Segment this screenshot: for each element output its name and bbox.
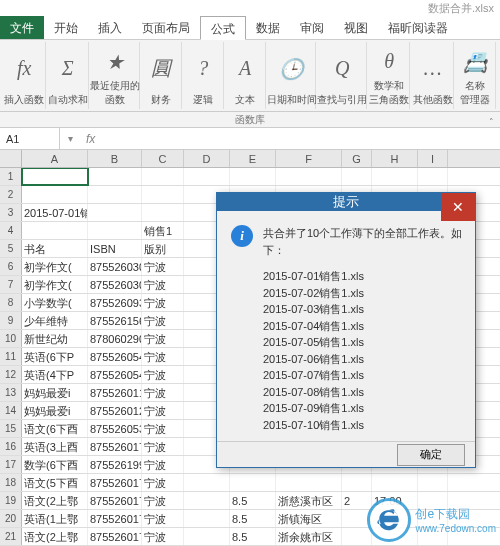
col-header[interactable]: I [418,150,448,167]
cell[interactable]: 875526093 [88,294,142,311]
cell[interactable]: 875526017 [88,528,142,545]
cell[interactable]: 8.5 [230,492,276,509]
row-header[interactable]: 21 [0,528,22,545]
cell[interactable]: 宁波 [142,258,184,275]
cell[interactable]: 数学(6下酉 [22,456,88,473]
tab-home[interactable]: 开始 [44,16,88,39]
chevron-up-icon[interactable]: ˄ [489,114,494,130]
cell[interactable]: 875526017 [88,474,142,491]
cell[interactable] [342,474,372,491]
row-header[interactable]: 3 [0,204,22,221]
cell[interactable]: 875526017 [88,438,142,455]
tab-foxit[interactable]: 福昕阅读器 [378,16,458,39]
cell[interactable]: 宁波 [142,420,184,437]
tab-review[interactable]: 审阅 [290,16,334,39]
cell[interactable] [88,186,142,203]
row-header[interactable]: 10 [0,330,22,347]
cell[interactable] [184,528,230,545]
ribbon-insert-function[interactable]: fx插入函数 [4,42,46,109]
cell[interactable] [184,168,230,185]
cell[interactable]: 宁波 [142,474,184,491]
cell[interactable] [230,168,276,185]
tab-file[interactable]: 文件 [0,16,44,39]
ribbon-datetime[interactable]: 🕒日期和时间 [268,42,317,109]
cell[interactable]: 宁波 [142,492,184,509]
cell[interactable]: 875526030 [88,276,142,293]
row-header[interactable]: 4 [0,222,22,239]
cell[interactable] [22,168,88,185]
cell[interactable]: 宁波 [142,276,184,293]
cell[interactable]: 语文(2上鄂 [22,492,88,509]
cell[interactable] [418,168,448,185]
col-header[interactable]: H [372,150,418,167]
cell[interactable]: 语文(5下酉 [22,474,88,491]
row-header[interactable]: 17 [0,456,22,473]
tab-data[interactable]: 数据 [246,16,290,39]
cell[interactable] [142,168,184,185]
cell[interactable]: 宁波 [142,438,184,455]
cell[interactable]: 875526030 [88,258,142,275]
cell[interactable]: 875526199 [88,456,142,473]
cell[interactable]: 宁波 [142,402,184,419]
select-all-corner[interactable] [0,150,22,167]
cell[interactable]: 小学数学( [22,294,88,311]
cell[interactable]: 宁波 [142,312,184,329]
ribbon-lookup[interactable]: Q查找与引用 [318,42,367,109]
row-header[interactable]: 20 [0,510,22,527]
cell[interactable]: 新世纪幼 [22,330,88,347]
cell[interactable]: 语文(6下酉 [22,420,88,437]
cell[interactable] [342,168,372,185]
cell[interactable]: 875526012 [88,402,142,419]
row-header[interactable]: 18 [0,474,22,491]
row-header[interactable]: 19 [0,492,22,509]
col-header[interactable]: F [276,150,342,167]
row-header[interactable]: 9 [0,312,22,329]
cell[interactable]: 875526053 [88,420,142,437]
cell[interactable]: 8.5 [230,528,276,545]
cell[interactable]: 875526011 [88,384,142,401]
ribbon-recent[interactable]: ★最近使用的 函数 [91,42,140,109]
tab-view[interactable]: 视图 [334,16,378,39]
cell[interactable]: 宁波 [142,510,184,527]
cell[interactable] [276,168,342,185]
col-header[interactable]: E [230,150,276,167]
cell[interactable] [230,474,276,491]
cell[interactable]: 浙慈溪市区 [276,492,342,509]
cell[interactable] [184,474,230,491]
cell[interactable] [372,474,418,491]
cell[interactable]: 宁波 [142,330,184,347]
ribbon-finance[interactable]: 圓财务 [142,42,182,109]
cell[interactable]: 浙余姚市区 [276,528,342,545]
cell[interactable]: 书名 [22,240,88,257]
cell[interactable] [142,204,184,221]
cell[interactable]: 妈妈最爱i [22,384,88,401]
ribbon-name-manager[interactable]: 📇名称 管理器 [456,42,496,109]
cell[interactable]: 878060290 [88,330,142,347]
ok-button[interactable]: 确定 [397,444,465,466]
cell[interactable]: 妈妈最爱i [22,402,88,419]
tab-insert[interactable]: 插入 [88,16,132,39]
row-header[interactable]: 6 [0,258,22,275]
cell[interactable] [184,510,230,527]
cell[interactable]: 英语(6下P [22,348,88,365]
cell[interactable]: 初学作文( [22,258,88,275]
cell[interactable] [88,204,142,221]
row-header[interactable]: 14 [0,402,22,419]
cell[interactable]: 语文(2上鄂 [22,528,88,545]
formula-input[interactable] [101,128,500,149]
col-header[interactable]: D [184,150,230,167]
cell[interactable]: 初学作文( [22,276,88,293]
row-header[interactable]: 13 [0,384,22,401]
ribbon-math[interactable]: θ数学和 三角函数 [369,42,411,109]
cell[interactable]: 875526054 [88,348,142,365]
cell[interactable]: 英语(1上鄂 [22,510,88,527]
cell[interactable] [22,222,88,239]
cell[interactable] [276,474,342,491]
cell[interactable]: 8.5 [230,510,276,527]
close-button[interactable]: ✕ [441,193,475,221]
row-header[interactable]: 8 [0,294,22,311]
cell[interactable] [88,168,142,185]
cell[interactable] [418,474,448,491]
cell[interactable]: 875526017 [88,510,142,527]
cell[interactable] [88,222,142,239]
